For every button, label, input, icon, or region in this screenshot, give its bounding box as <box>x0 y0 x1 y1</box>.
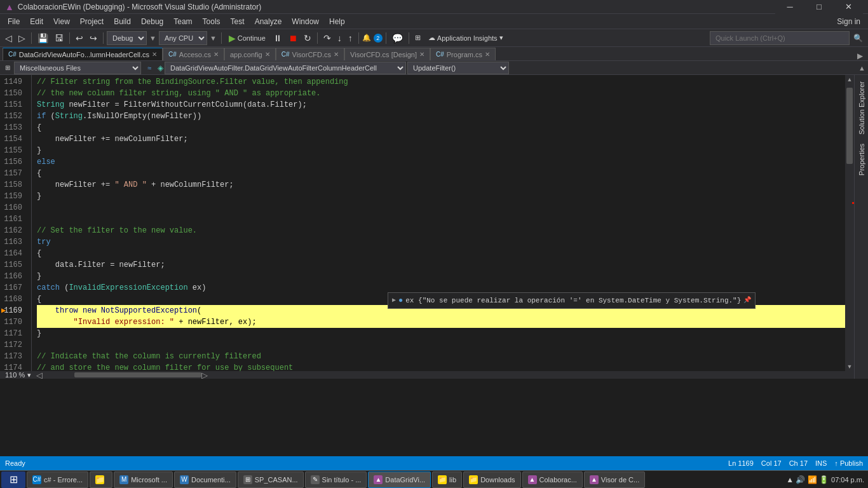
start-button[interactable]: ⊞ <box>1 471 25 488</box>
taskbar-item-documenti[interactable]: W Documenti... <box>174 471 236 488</box>
step-over-button[interactable]: ↷ <box>321 30 334 46</box>
menu-build[interactable]: Build <box>109 14 136 29</box>
menu-tools[interactable]: Tools <box>198 14 226 29</box>
taskbar-item-downloads[interactable]: 📁 Downloads <box>463 471 520 488</box>
minimize-button[interactable]: ─ <box>775 0 804 14</box>
pause-button[interactable]: ⏸ <box>271 30 285 46</box>
scroll-up-button[interactable]: ▲ <box>845 75 854 84</box>
step-out-button[interactable]: ↑ <box>346 30 355 46</box>
taskbar-item-lib[interactable]: 📁 lib <box>432 471 462 488</box>
undo-button[interactable]: ↩ <box>73 30 86 46</box>
continue-button[interactable]: ▶ Continue <box>225 30 269 46</box>
menu-view[interactable]: View <box>48 14 75 29</box>
tab-close-2[interactable]: ✕ <box>265 51 270 58</box>
app-insights-button[interactable]: ☁ Application Insights ▾ <box>424 30 507 46</box>
debug-tooltip: ▶ ● ex {"No se puede realizar la operaci… <box>388 292 756 309</box>
ln-1162: 1162 <box>0 225 26 236</box>
menu-analyze[interactable]: Analyze <box>250 14 287 29</box>
menu-project[interactable]: Project <box>75 14 109 29</box>
menu-file[interactable]: File <box>3 14 25 29</box>
windows-logo: ⊞ <box>10 473 18 485</box>
solution-explorer-tab[interactable]: Solution Explorer <box>857 78 867 139</box>
tab-visorcfd-cs[interactable]: C# VisorCFD.cs ✕ <box>276 48 344 60</box>
stop-button[interactable]: ⏹ <box>286 30 300 46</box>
vs-icon-colaborac: ▲ <box>528 475 537 484</box>
tooltip-pin-icon[interactable]: 📌 <box>743 295 751 306</box>
tray-icons: ▲ 🔊 📶 🔋 <box>786 475 829 484</box>
tab-close-0[interactable]: ✕ <box>152 51 157 58</box>
horizontal-scrollbar[interactable]: 110 % ▾ ◁ ▷ <box>0 371 854 379</box>
scroll-right-button[interactable]: ▷ <box>201 370 208 379</box>
tab-close-3[interactable]: ✕ <box>334 51 339 58</box>
menu-help[interactable]: Help <box>324 14 350 29</box>
tab-label-5: Program.cs <box>447 51 482 58</box>
platform-dropdown[interactable]: Any CPU <box>159 31 207 45</box>
ln-1149: 1149 <box>0 76 26 88</box>
ln-1173: 1173 <box>0 351 26 362</box>
vertical-scrollbar[interactable]: ▲ ▼ <box>845 75 854 371</box>
tooltip-expand-icon[interactable]: ▶ <box>392 295 396 306</box>
taskbar-item-visor[interactable]: ▲ Visor de C... <box>584 471 645 488</box>
separator-4 <box>221 32 222 44</box>
publish-button[interactable]: ↑ Publish <box>834 459 863 467</box>
lib-folder-icon: 📁 <box>438 475 447 484</box>
cs-icon-1: C# <box>168 51 177 58</box>
close-button[interactable]: ✕ <box>834 0 863 14</box>
tab-close-5[interactable]: ✕ <box>485 51 490 58</box>
tab-datagridviewautofilter[interactable]: C# DataGridViewAutoFo...lumnHeaderCell.c… <box>3 48 163 60</box>
cs-errore-icon: C# <box>32 475 41 484</box>
feedback-button[interactable]: 💬 <box>390 30 405 46</box>
redo-button[interactable]: ↪ <box>87 30 100 46</box>
scroll-thumb[interactable] <box>846 88 853 164</box>
tab-appconfig[interactable]: app.config ✕ <box>224 48 276 60</box>
code-content[interactable]: // Filter string from the BindingSource.… <box>32 75 845 371</box>
class-dropdown[interactable]: DataGridViewAutoFilter.DataGridViewAutoF… <box>165 62 406 74</box>
menu-window[interactable]: Window <box>287 14 324 29</box>
quick-launch-button[interactable]: 🔍 <box>851 30 865 46</box>
code-line-1174: // and store the new column filter for u… <box>37 362 845 371</box>
taskbar-item-datagridvi[interactable]: ▲ DataGridVi... <box>368 471 431 488</box>
taskbar-item-sp-casan[interactable]: ⊞ SP_CASAN... <box>238 471 304 488</box>
scroll-btn: ▲ <box>858 64 865 72</box>
taskbar-item-colaborac[interactable]: ▲ Colaborac... <box>522 471 583 488</box>
sign-in[interactable]: Sign in <box>832 17 865 26</box>
separator-1 <box>31 32 32 44</box>
taskbar-item-cs-errore[interactable]: C# c# - Errore... <box>27 471 88 488</box>
properties-tab[interactable]: Properties <box>857 140 867 179</box>
scroll-left-button[interactable]: ◁ <box>36 370 43 379</box>
menu-edit[interactable]: Edit <box>25 14 48 29</box>
save-button[interactable]: 💾 <box>35 30 51 46</box>
visor-label: Visor de C... <box>601 476 639 484</box>
forward-button[interactable]: ▷ <box>16 30 28 46</box>
restart-button[interactable]: ↻ <box>301 30 314 46</box>
separator-config: ▼ <box>148 34 158 42</box>
microsoft-label: Microsoft ... <box>131 476 167 484</box>
menu-debug[interactable]: Debug <box>136 14 168 29</box>
zoom-value: 110 % <box>5 371 25 379</box>
menu-team[interactable]: Team <box>168 14 197 29</box>
step-in-button[interactable]: ↓ <box>335 30 344 46</box>
tab-scroll-button[interactable]: ▶ <box>855 51 865 60</box>
debug-config-dropdown[interactable]: Debug <box>107 31 147 45</box>
quick-launch-input[interactable] <box>710 31 850 45</box>
save-all-button[interactable]: 🖫 <box>52 30 66 46</box>
back-button[interactable]: ◁ <box>3 30 15 46</box>
taskbar-item-explorer[interactable]: 📁 <box>90 471 112 488</box>
main-area: 1149 1150 1151 1152 1153 1154 1155 1156 … <box>0 75 868 379</box>
status-ins: INS <box>815 459 827 467</box>
tab-acceso[interactable]: C# Acceso.cs ✕ <box>163 48 224 60</box>
tab-visorcfd-design[interactable]: VisorCFD.cs [Design] ✕ <box>344 48 430 60</box>
scroll-down-button[interactable]: ▼ <box>845 362 854 371</box>
taskbar-item-sin-titulo[interactable]: ✎ Sin título - ... <box>305 471 367 488</box>
tab-program[interactable]: C# Program.cs ✕ <box>430 48 496 60</box>
code-line-1154: newFilter += newColumnFilter; <box>37 133 845 145</box>
h-scroll-thumb[interactable] <box>74 372 201 377</box>
taskbar-item-microsoft[interactable]: M Microsoft ... <box>114 471 173 488</box>
tab-close-4[interactable]: ✕ <box>419 51 424 58</box>
method-dropdown[interactable]: UpdateFilter() <box>407 62 509 74</box>
restore-button[interactable]: □ <box>804 0 834 14</box>
sp-icon: ⊞ <box>243 475 252 484</box>
tab-close-1[interactable]: ✕ <box>214 51 219 58</box>
namespace-dropdown[interactable]: Miscellaneous Files <box>14 62 141 74</box>
menu-test[interactable]: Test <box>226 14 250 29</box>
